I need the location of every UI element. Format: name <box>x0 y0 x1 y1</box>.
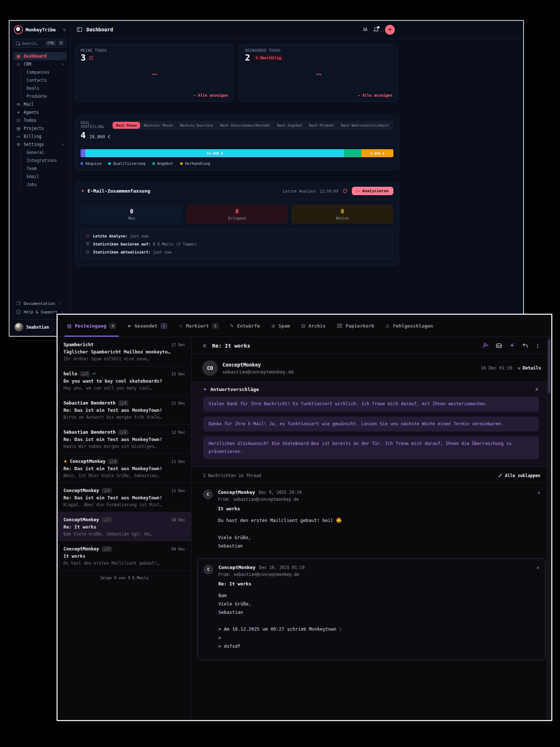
sidebar-item[interactable]: ⚇ CRM ∧ <box>13 60 67 68</box>
mail-list-item[interactable]: hello ❏2 ↩ 15 Dec Do you want to buy coo… <box>58 366 191 395</box>
mail-list-item[interactable]: ★ ConceptMonkey ❏4 11 Dec Re: Das ist ei… <box>58 454 191 483</box>
sparkles-icon[interactable] <box>509 342 515 349</box>
sidebar-item[interactable]: Produkte <box>21 92 67 100</box>
sidebar-toggle-icon[interactable] <box>77 27 82 32</box>
mail-tab[interactable]: ☆ Markiert 1 <box>178 315 218 337</box>
mail-list-item[interactable]: ConceptMonkey ❏2 10 Dec Re: It works Bam… <box>58 512 191 541</box>
message-from: From: sebastian@conceptmonkey.de <box>218 497 540 502</box>
mail-detail-actions: ⋮ <box>483 342 540 349</box>
mail-item-date: 11 Dec <box>169 488 185 493</box>
mail-list-footer: Zeige 9 von 9 E-Mails <box>58 570 191 585</box>
stat-value: 0 <box>81 208 183 215</box>
sidebar-item[interactable]: Contacts <box>21 76 67 84</box>
reply-icon[interactable] <box>522 342 528 349</box>
deal-tab[interactable]: Nach Phase <box>113 122 140 129</box>
add-button[interactable]: + <box>385 25 395 35</box>
scrollbar[interactable] <box>547 337 551 720</box>
sidebar-item[interactable]: ☑ Todos <box>13 116 67 124</box>
search-icon <box>16 42 20 45</box>
deal-tab[interactable]: Nächster Monat <box>140 122 176 129</box>
sidebar-item[interactable]: Deals <box>21 84 67 92</box>
workspace-chevron-icon[interactable]: ⇅ <box>63 28 66 32</box>
email-stat: 0 Dringend <box>186 205 288 224</box>
dashboard-main: Dashboard x̄A + MEINE TODOS 3 ☑ <box>71 21 523 336</box>
search-input[interactable]: Search… CTRL K <box>13 39 67 48</box>
suggestion-item[interactable]: Danke für Ihre E-Mail! Ja, es funktionie… <box>203 417 539 432</box>
deal-tab[interactable]: Nach Wahrscheinlichkeit <box>338 122 392 129</box>
mail-tab-icon: ⌧ <box>337 323 342 329</box>
mail-tab[interactable]: ⊘ Spam <box>271 315 290 337</box>
message-subject: It works <box>218 506 540 511</box>
bar-segment[interactable]: 3.000 € <box>361 149 393 157</box>
sidebar-item[interactable]: Email <box>21 173 67 181</box>
details-toggle[interactable]: ∨Details <box>517 365 541 371</box>
chevron-up-icon[interactable]: ∧ <box>61 143 64 146</box>
translate-icon[interactable]: x̄A <box>363 27 367 32</box>
legend-label: Verhandlung <box>185 161 210 166</box>
mail-window: ▤ Posteingang 9 ➤ Gesendet 1 ☆ Markiert … <box>57 314 552 721</box>
mail-tab[interactable]: ⚠ Fehlgeschlagen <box>385 315 433 337</box>
deal-tab[interactable]: Nach Angebot <box>274 122 306 129</box>
legend-label: Angebot <box>157 161 173 166</box>
sidebar-item[interactable]: ⚙ Settings ∧ <box>13 140 67 148</box>
inbox-icon[interactable] <box>496 342 502 349</box>
suggestion-item[interactable]: Herzlichen Glückwunsch! Die Skateboard-B… <box>203 436 539 459</box>
show-all-link[interactable]: → Alle anzeigen <box>358 93 392 97</box>
thread-count-value: 4 <box>108 489 109 492</box>
mail-item-preview: Ihr Ordner Spam enthält eine neue… <box>63 356 185 361</box>
sidebar-item-icon: ▤ <box>16 126 21 131</box>
suggestion-item[interactable]: Vielen Dank für Ihre Nachricht! Es funkt… <box>203 396 539 412</box>
deal-tab[interactable]: Nach Unternehmen/Kontakt <box>217 122 273 129</box>
mail-list-item[interactable]: Sebastian Benderoth ❏4 12 Dec Re: Das is… <box>58 425 191 454</box>
mail-list-item[interactable]: ConceptMonkey ❏2 09 Dec It works Du hast… <box>58 541 191 570</box>
mail-list-item[interactable]: ConceptMonkey ❏4 11 Dec Re: Das ist ein … <box>58 483 191 512</box>
spinner-icon <box>151 74 158 81</box>
deal-tab[interactable]: Nächste Quartale <box>176 122 217 129</box>
mail-tab[interactable]: ⊟ Archiv <box>301 315 326 337</box>
app-logo <box>14 25 23 34</box>
mail-item-sender: Sebastian Benderoth <box>63 429 116 435</box>
mail-tab[interactable]: ➤ Gesendet 1 <box>127 315 167 337</box>
mail-tab[interactable]: ✎ Entwürfe <box>230 315 260 337</box>
chevron-up-icon[interactable]: ∧ <box>536 565 539 570</box>
sidebar-item[interactable]: Integrations <box>21 156 67 165</box>
sidebar-item[interactable]: ✉ Mail <box>13 100 67 108</box>
chevron-up-icon[interactable]: ∧ <box>537 490 540 495</box>
close-icon[interactable]: ✕ <box>202 343 207 349</box>
sidebar-item[interactable]: Companies <box>21 68 67 76</box>
collapse-all-button[interactable]: Alle zuklappen <box>498 473 540 478</box>
mail-tab[interactable]: ▤ Posteingang 9 <box>67 315 116 337</box>
info-row-icon: ☰ <box>85 240 90 248</box>
deal-tab[interactable]: Nach Produkt <box>306 122 338 129</box>
add-contact-icon[interactable] <box>483 342 489 349</box>
sidebar-item[interactable]: Team <box>21 165 67 173</box>
more-options-icon[interactable]: ⋮ <box>535 343 540 349</box>
sidebar-item[interactable]: ▤ Projects <box>13 124 67 132</box>
loading-area <box>245 66 392 89</box>
sidebar-item[interactable]: ✦ Agents <box>13 108 67 116</box>
workspace-switcher[interactable]: MonkeyTribe ⇅ <box>13 24 67 39</box>
play-icon: ▷ <box>357 189 359 193</box>
scrollbar-thumb[interactable] <box>548 339 551 393</box>
mail-list-item[interactable]: Spambericht ❏ 17 Dec Täglicher Spamberic… <box>58 337 191 366</box>
mail-tab[interactable]: ⌧ Papierkorb <box>337 315 374 337</box>
deal-tabs: Nach PhaseNächster MonatNächste Quartale… <box>112 121 393 130</box>
mail-list-item[interactable]: Sebastian Benderoth ❏4 12 Dec Re: Das is… <box>58 395 191 425</box>
sidebar-item[interactable]: ▦ Dashboard <box>13 52 67 60</box>
thread-count-value: 2 <box>86 372 88 376</box>
notifications-button[interactable] <box>373 27 379 32</box>
bar-segment[interactable] <box>344 149 361 157</box>
bar-segment[interactable]: 24.000 € <box>85 149 344 157</box>
info-row-text: Statistiken aktualisiert: just now <box>93 248 171 256</box>
bar-segment[interactable] <box>81 149 85 157</box>
sidebar-item-documentation[interactable]: ❐ Documentation↗ <box>13 299 67 308</box>
analyze-button[interactable]: ▷ Analysieren <box>352 187 393 195</box>
email-stat: 0 Aktion <box>291 205 393 224</box>
chevron-up-icon[interactable]: ∧ <box>61 62 64 66</box>
close-icon[interactable]: ✕ <box>535 387 539 392</box>
sidebar-item[interactable]: ▭ Billing <box>13 132 67 140</box>
show-all-link[interactable]: → Alle anzeigen <box>193 93 228 97</box>
sidebar-item[interactable]: Jobs <box>21 181 67 189</box>
sidebar-item[interactable]: General <box>21 148 67 156</box>
refresh-icon[interactable] <box>343 189 347 193</box>
